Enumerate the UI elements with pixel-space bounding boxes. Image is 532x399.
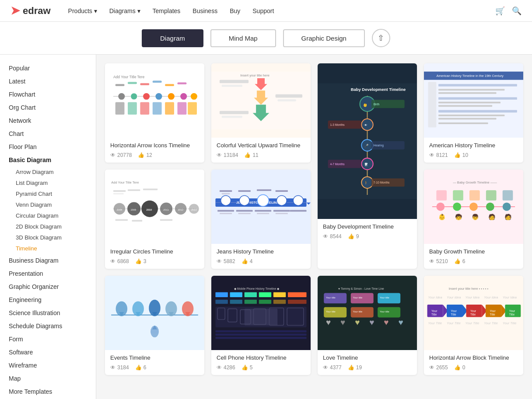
svg-text:Title: Title bbox=[451, 312, 456, 316]
sidebar-item-latest[interactable]: Latest bbox=[0, 75, 96, 88]
sidebar-item-engineering[interactable]: Engineering bbox=[0, 293, 96, 306]
nav-products[interactable]: Products ▾ bbox=[68, 7, 97, 14]
svg-text:Your title: Your title bbox=[353, 296, 362, 299]
sidebar-item-2dblock[interactable]: 2D Block Diagram bbox=[0, 221, 96, 232]
sidebar-item-software[interactable]: Software bbox=[0, 346, 96, 359]
svg-text:👶: 👶 bbox=[363, 103, 368, 107]
sidebar-item-form[interactable]: Form bbox=[0, 333, 96, 346]
like-icon: 👍 bbox=[242, 258, 248, 264]
eye-icon: 👁 bbox=[110, 258, 116, 264]
nav-templates[interactable]: Templates bbox=[153, 7, 181, 14]
svg-text:Title: Title bbox=[470, 312, 476, 316]
svg-rect-10 bbox=[116, 102, 125, 114]
svg-rect-62 bbox=[438, 89, 504, 91]
card-title-colorful-vertical: Colorful Vertical Upward Timeline bbox=[217, 142, 305, 149]
svg-rect-70 bbox=[438, 122, 488, 124]
svg-text:2011: 2011 bbox=[163, 208, 169, 211]
svg-rect-88 bbox=[128, 189, 140, 191]
svg-rect-65 bbox=[438, 102, 500, 104]
tab-mindmap[interactable]: Mind Map bbox=[210, 29, 276, 47]
svg-rect-20 bbox=[153, 81, 162, 83]
card-events-timeline[interactable]: Events Timeline 👁 3184 👍 6 bbox=[105, 276, 204, 375]
svg-text:♥: ♥ bbox=[355, 318, 360, 327]
sidebar-item-circulardiagram[interactable]: Circular Diagram bbox=[0, 210, 96, 221]
sidebar-item-map[interactable]: Map bbox=[0, 372, 96, 385]
nav-business[interactable]: Business bbox=[192, 7, 217, 14]
sidebar-item-network[interactable]: Network bbox=[0, 114, 96, 127]
svg-text:4-7 Months: 4-7 Months bbox=[330, 163, 345, 166]
card-stats-irregular-circles: 👁 6868 👍 3 bbox=[110, 258, 199, 264]
sidebar-item-timeline[interactable]: Timeline bbox=[0, 243, 96, 254]
svg-rect-87 bbox=[113, 193, 124, 194]
svg-text:🦷: 🦷 bbox=[364, 162, 368, 167]
svg-rect-112 bbox=[220, 190, 232, 192]
card-info-colorful-vertical: Colorful Vertical Upward Timeline 👁 1318… bbox=[211, 138, 311, 163]
svg-rect-116 bbox=[276, 190, 288, 192]
svg-rect-161 bbox=[273, 300, 286, 304]
card-baby-development[interactable]: Baby Development Timeline 👶 Birth 👁 1-3 … bbox=[318, 63, 417, 269]
svg-text:👶: 👶 bbox=[438, 213, 446, 221]
card-jeans-history[interactable]: JEANS HISTORY TIMELINE bbox=[211, 170, 311, 269]
svg-rect-92 bbox=[160, 219, 172, 221]
tab-graphic-design[interactable]: Graphic Design bbox=[283, 29, 365, 47]
card-horizontal-block[interactable]: Insert your title here • • • • • Your Id… bbox=[424, 276, 523, 375]
sidebar-item-orgchart[interactable]: Org Chart bbox=[0, 101, 96, 114]
tab-diagram[interactable]: Diagram bbox=[142, 29, 203, 47]
sidebar-item-schedulediagrams[interactable]: Schedule Diagrams bbox=[0, 319, 96, 333]
svg-rect-128 bbox=[486, 190, 497, 201]
nav-support[interactable]: Support bbox=[252, 7, 274, 14]
svg-rect-125 bbox=[436, 190, 447, 201]
card-info-american-history: American History Timeline 👁 8121 👍 10 bbox=[424, 138, 523, 163]
sidebar-item-arrowdiagram[interactable]: Arrow Diagram bbox=[0, 167, 96, 177]
svg-text:🧒: 🧒 bbox=[455, 213, 462, 221]
sidebar-item-wireframe[interactable]: Wireframe bbox=[0, 359, 96, 372]
upload-button[interactable]: ⇧ bbox=[372, 29, 390, 47]
search-icon[interactable]: 🔍 bbox=[512, 6, 522, 16]
sidebar-item-businessdiagram[interactable]: Business Diagram bbox=[0, 254, 96, 267]
sidebar-item-presentation[interactable]: Presentation bbox=[0, 267, 96, 280]
svg-rect-66 bbox=[438, 105, 492, 107]
cart-icon[interactable]: 🛒 bbox=[495, 6, 505, 16]
card-horizontal-arrow[interactable]: Add Your Title Tere bbox=[105, 63, 204, 163]
card-thumb-american-history: American History Timeline in the 19th Ce… bbox=[424, 63, 523, 138]
svg-rect-18 bbox=[128, 82, 137, 84]
sidebar-item-floorplan[interactable]: Floor Plan bbox=[0, 140, 96, 153]
sidebar-item-popular[interactable]: Popular bbox=[0, 62, 96, 75]
svg-rect-155 bbox=[273, 292, 286, 297]
sidebar-item-pyramidchart[interactable]: Pyramid Chart bbox=[0, 188, 96, 199]
card-love-timeline[interactable]: ♥ Tommy & Simon - Love Time Line Your ti… bbox=[318, 276, 417, 375]
card-irregular-circles[interactable]: Add Your Title Tere 2008 2009 2010 bbox=[105, 170, 204, 269]
card-title-baby-growth: Baby Growth Timeline bbox=[429, 248, 518, 256]
svg-rect-68 bbox=[438, 114, 504, 116]
card-cell-phone[interactable]: ◆ Mobile Phone History Timeline ◆ bbox=[211, 276, 311, 375]
nav-buy[interactable]: Buy bbox=[230, 7, 240, 14]
sidebar-item-graphicorganizer[interactable]: Graphic Organizer bbox=[0, 280, 96, 293]
sidebar-item-flowchart[interactable]: Flowchart bbox=[0, 88, 96, 101]
logo[interactable]: ➤ edraw bbox=[10, 4, 51, 17]
svg-rect-67 bbox=[438, 110, 517, 113]
nav-diagrams[interactable]: Diagrams ▾ bbox=[109, 7, 140, 14]
sidebar-item-basicdiagram[interactable]: Basic Diagram bbox=[0, 153, 96, 167]
svg-rect-12 bbox=[140, 102, 149, 114]
sidebar-item-scienceillustration[interactable]: Science Illustration bbox=[0, 306, 96, 319]
sidebar-item-venndiagram[interactable]: Venn Diagram bbox=[0, 199, 96, 210]
card-info-cell-phone: Cell Phone History Timeline 👁 4286 👍 5 bbox=[211, 350, 311, 375]
svg-rect-156 bbox=[288, 292, 307, 297]
sidebar-item-listdiagram[interactable]: List Diagram bbox=[0, 177, 96, 188]
sidebar-item-chart[interactable]: Chart bbox=[0, 127, 96, 140]
svg-point-8 bbox=[180, 93, 187, 100]
card-baby-growth[interactable]: — Baby Growth Timeline —— bbox=[424, 170, 523, 269]
card-american-history[interactable]: American History Timeline in the 19th Ce… bbox=[424, 63, 523, 163]
svg-text:Insert your title here • • • •: Insert your title here • • • • • bbox=[449, 287, 489, 291]
sidebar-item-3dblock[interactable]: 3D Block Diagram bbox=[0, 232, 96, 243]
card-colorful-vertical[interactable]: Insert your title here bbox=[211, 63, 311, 163]
svg-text:Title: Title bbox=[509, 312, 515, 316]
tab-bar: Diagram Mind Map Graphic Design ⇧ bbox=[0, 22, 532, 55]
eye-icon: 👁 bbox=[323, 233, 328, 239]
sidebar-item-moretemplates[interactable]: More Templates bbox=[0, 385, 96, 398]
svg-rect-60 bbox=[428, 82, 436, 127]
svg-point-102 bbox=[293, 195, 303, 205]
header: ➤ edraw Products ▾ Diagrams ▾ Templates … bbox=[0, 0, 532, 22]
svg-text:2010: 2010 bbox=[147, 208, 152, 211]
svg-text:Your title: Your title bbox=[380, 310, 389, 313]
